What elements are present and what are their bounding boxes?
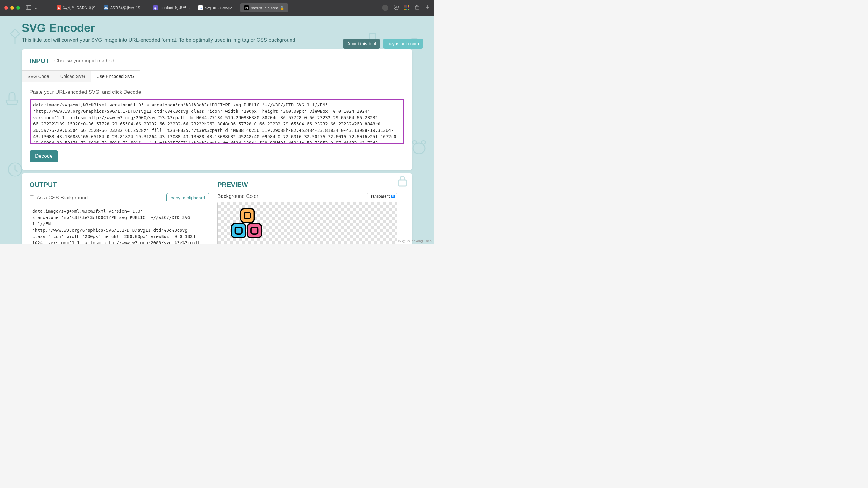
tab-label: svg url - Google...: [205, 6, 236, 10]
browser-tabs: C写文章-CSDN博客JSJS在线编辑器,JS ...◉iconfont-阿里巴…: [53, 3, 288, 12]
encoded-svg-input[interactable]: [30, 99, 404, 144]
watermark: CSDN @ChuanYang Chen: [392, 239, 432, 243]
input-panel: INPUT Choose your input method SVG CodeU…: [22, 49, 412, 170]
share-icon[interactable]: [415, 4, 420, 11]
svg-rect-12: [236, 227, 242, 234]
tab-label: JS在线编辑器,JS ...: [110, 5, 144, 10]
favicon-icon: G: [198, 5, 203, 10]
browser-tab-1[interactable]: JSJS在线编辑器,JS ...: [99, 3, 149, 12]
svg-rect-14: [251, 227, 258, 234]
svg-point-7: [412, 141, 416, 144]
input-tab-upload-svg[interactable]: Upload SVG: [55, 70, 91, 82]
new-tab-icon[interactable]: [425, 5, 430, 11]
favicon-icon: ◉: [153, 5, 158, 10]
svg-rect-0: [26, 5, 31, 9]
page-header: SVG Encoder This little tool will conver…: [0, 16, 434, 46]
output-panel: OUTPUT As a CSS Background copy to clipb…: [22, 173, 412, 244]
svg-rect-5: [398, 180, 406, 186]
sidebar-toggle-icon[interactable]: [26, 5, 31, 10]
tab-label: 写文章-CSDN博客: [63, 5, 95, 10]
svg-rect-11: [232, 224, 246, 238]
minimize-window-button[interactable]: [10, 6, 14, 10]
svg-rect-9: [241, 209, 254, 222]
input-section-sub: Choose your input method: [54, 58, 114, 64]
output-textarea[interactable]: [30, 206, 210, 244]
input-field-label: Paste your URL-encoded SVG, and click De…: [30, 89, 404, 95]
css-background-label: As a CSS Background: [37, 195, 88, 201]
bg-color-select[interactable]: Transparent ⇅: [367, 193, 398, 199]
maximize-window-button[interactable]: [16, 6, 20, 10]
download-icon[interactable]: [394, 4, 399, 11]
bg-color-label: Background Color: [217, 193, 258, 199]
favicon-icon: ⊡: [244, 5, 249, 10]
input-method-tabs: SVG CodeUpload SVGUse Encoded SVG: [22, 70, 412, 82]
window-controls: [4, 6, 20, 10]
tab-label: iconfont-阿里巴...: [160, 5, 190, 10]
bg-color-select-value: Transparent: [369, 194, 390, 198]
css-background-checkbox[interactable]: [30, 196, 34, 200]
browser-toolbar: C写文章-CSDN博客JSJS在线编辑器,JS ...◉iconfont-阿里巴…: [0, 0, 434, 16]
about-button[interactable]: About this tool: [343, 38, 380, 49]
apps-grid-icon[interactable]: [404, 5, 409, 10]
page-background: SVG Encoder This little tool will conver…: [0, 16, 434, 244]
close-window-button[interactable]: [4, 6, 8, 10]
decode-button[interactable]: Decode: [30, 150, 58, 162]
svg-rect-13: [247, 224, 261, 238]
copy-clipboard-button[interactable]: copy to clipboard: [166, 193, 210, 202]
browser-tab-3[interactable]: Gsvg url - Google...: [194, 3, 240, 12]
favicon-icon: C: [57, 5, 61, 10]
favicon-icon: JS: [104, 5, 108, 10]
browser-tab-2[interactable]: ◉iconfont-阿里巴...: [149, 3, 194, 12]
page-title: SVG Encoder: [22, 22, 412, 35]
tab-label: bayustudio.com: [251, 6, 278, 10]
preview-section-title: PREVIEW: [217, 181, 397, 189]
output-section-title: OUTPUT: [30, 181, 210, 189]
svg-point-8: [422, 141, 425, 144]
lock-icon: 🔒: [280, 6, 284, 10]
input-section-title: INPUT: [30, 57, 50, 65]
input-tab-svg-code[interactable]: SVG Code: [22, 70, 55, 82]
extension-icon[interactable]: ⋯: [382, 5, 388, 11]
toolbar-right: ⋯: [382, 4, 430, 11]
studio-link-button[interactable]: bayustudio.com: [383, 38, 423, 49]
browser-tab-4[interactable]: ⊡bayustudio.com🔒: [240, 3, 288, 12]
svg-rect-10: [244, 212, 251, 219]
select-arrows-icon: ⇅: [391, 195, 395, 198]
browser-tab-0[interactable]: C写文章-CSDN博客: [53, 3, 99, 12]
chevron-down-icon[interactable]: [34, 5, 37, 10]
input-tab-use-encoded-svg[interactable]: Use Encoded SVG: [91, 70, 140, 82]
preview-canvas: [217, 202, 397, 244]
